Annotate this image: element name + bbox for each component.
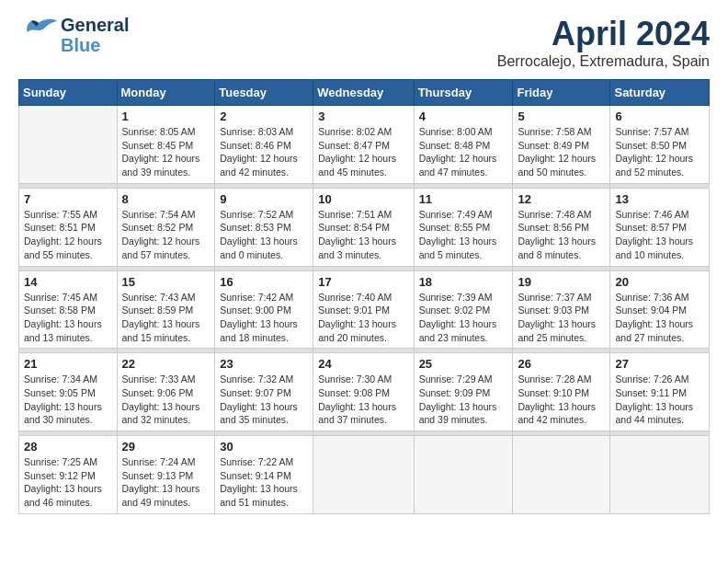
table-row: 26Sunrise: 7:28 AMSunset: 9:10 PMDayligh… [513,353,610,431]
col-sunday: Sunday [19,80,118,106]
day-info: Sunrise: 7:40 AMSunset: 9:01 PMDaylight:… [318,291,408,345]
day-info: Sunrise: 8:03 AMSunset: 8:46 PMDaylight:… [220,125,308,179]
day-info: Sunrise: 8:02 AMSunset: 8:47 PMDaylight:… [318,125,408,179]
day-info: Sunrise: 7:57 AMSunset: 8:50 PMDaylight:… [615,125,704,179]
day-number: 21 [24,357,112,371]
day-info: Sunrise: 7:30 AMSunset: 9:08 PMDaylight:… [318,373,408,427]
table-row: 11Sunrise: 7:49 AMSunset: 8:55 PMDayligh… [414,188,513,266]
day-info: Sunrise: 7:28 AMSunset: 9:10 PMDaylight:… [518,373,605,427]
day-number: 24 [318,357,408,371]
day-number: 28 [24,440,112,454]
day-number: 9 [220,192,308,206]
month-title: April 2024 [497,15,710,53]
day-info: Sunrise: 7:22 AMSunset: 9:14 PMDaylight:… [220,455,308,510]
day-number: 25 [419,357,508,371]
day-info: Sunrise: 7:58 AMSunset: 8:49 PMDaylight:… [518,125,605,179]
day-number: 10 [318,192,408,206]
table-row [313,436,414,514]
calendar-table: Sunday Monday Tuesday Wednesday Thursday… [18,79,710,514]
day-number: 13 [615,192,704,206]
day-number: 30 [220,440,308,454]
day-info: Sunrise: 7:32 AMSunset: 9:07 PMDaylight:… [220,373,308,427]
col-wednesday: Wednesday [313,80,414,106]
day-number: 29 [122,440,210,454]
table-row: 6Sunrise: 7:57 AMSunset: 8:50 PMDaylight… [610,106,710,184]
table-row: 27Sunrise: 7:26 AMSunset: 9:11 PMDayligh… [610,353,710,431]
day-number: 12 [518,192,605,206]
day-info: Sunrise: 7:33 AMSunset: 9:06 PMDaylight:… [122,373,210,427]
day-number: 23 [220,357,308,371]
table-row [610,436,710,514]
day-number: 8 [122,192,210,206]
day-info: Sunrise: 7:29 AMSunset: 9:09 PMDaylight:… [419,373,508,427]
day-number: 20 [615,275,704,289]
day-info: Sunrise: 7:39 AMSunset: 9:02 PMDaylight:… [419,291,508,345]
day-number: 3 [318,109,408,123]
col-tuesday: Tuesday [215,80,313,106]
table-row: 16Sunrise: 7:42 AMSunset: 9:00 PMDayligh… [215,270,313,349]
day-info: Sunrise: 7:52 AMSunset: 8:53 PMDaylight:… [220,208,308,262]
day-number: 22 [122,357,210,371]
table-row: 22Sunrise: 7:33 AMSunset: 9:06 PMDayligh… [117,353,215,431]
day-number: 26 [518,357,605,371]
day-info: Sunrise: 7:36 AMSunset: 9:04 PMDaylight:… [615,291,704,345]
calendar-week-row: 28Sunrise: 7:25 AMSunset: 9:12 PMDayligh… [19,436,710,514]
col-thursday: Thursday [414,80,513,106]
calendar-week-row: 14Sunrise: 7:45 AMSunset: 8:58 PMDayligh… [19,270,710,349]
day-info: Sunrise: 7:37 AMSunset: 9:03 PMDaylight:… [518,291,605,345]
day-info: Sunrise: 7:55 AMSunset: 8:51 PMDaylight:… [24,208,112,262]
day-info: Sunrise: 8:05 AMSunset: 8:45 PMDaylight:… [122,125,210,179]
table-row: 12Sunrise: 7:48 AMSunset: 8:56 PMDayligh… [513,188,610,266]
table-row: 24Sunrise: 7:30 AMSunset: 9:08 PMDayligh… [313,353,414,431]
table-row: 9Sunrise: 7:52 AMSunset: 8:53 PMDaylight… [215,188,313,266]
day-number: 11 [419,192,508,206]
logo: General Blue [18,15,129,55]
table-row: 20Sunrise: 7:36 AMSunset: 9:04 PMDayligh… [610,270,710,349]
table-row: 13Sunrise: 7:46 AMSunset: 8:57 PMDayligh… [610,188,710,266]
day-number: 5 [518,109,605,123]
table-row: 19Sunrise: 7:37 AMSunset: 9:03 PMDayligh… [513,270,610,349]
table-row [513,436,610,514]
day-number: 15 [122,275,210,289]
day-info: Sunrise: 7:45 AMSunset: 8:58 PMDaylight:… [24,291,112,345]
title-block: April 2024 Berrocalejo, Extremadura, Spa… [497,15,710,70]
day-number: 7 [24,192,112,206]
day-info: Sunrise: 7:34 AMSunset: 9:05 PMDaylight:… [24,373,112,427]
calendar-week-row: 7Sunrise: 7:55 AMSunset: 8:51 PMDaylight… [19,188,710,266]
table-row: 21Sunrise: 7:34 AMSunset: 9:05 PMDayligh… [19,353,118,431]
day-info: Sunrise: 7:26 AMSunset: 9:11 PMDaylight:… [615,373,704,427]
day-info: Sunrise: 7:49 AMSunset: 8:55 PMDaylight:… [419,208,508,262]
table-row: 25Sunrise: 7:29 AMSunset: 9:09 PMDayligh… [414,353,513,431]
day-info: Sunrise: 8:00 AMSunset: 8:48 PMDaylight:… [419,125,508,179]
table-row: 3Sunrise: 8:02 AMSunset: 8:47 PMDaylight… [313,106,414,184]
day-info: Sunrise: 7:43 AMSunset: 8:59 PMDaylight:… [122,291,210,345]
table-row: 30Sunrise: 7:22 AMSunset: 9:14 PMDayligh… [215,436,313,514]
calendar-week-row: 1Sunrise: 8:05 AMSunset: 8:45 PMDaylight… [19,106,710,184]
day-info: Sunrise: 7:48 AMSunset: 8:56 PMDaylight:… [518,208,605,262]
day-info: Sunrise: 7:51 AMSunset: 8:54 PMDaylight:… [318,208,408,262]
day-number: 14 [24,275,112,289]
day-info: Sunrise: 7:24 AMSunset: 9:13 PMDaylight:… [122,455,210,510]
table-row: 14Sunrise: 7:45 AMSunset: 8:58 PMDayligh… [19,270,118,349]
page-header: General Blue April 2024 Berrocalejo, Ext… [18,15,710,70]
day-number: 17 [318,275,408,289]
logo-blue: Blue [61,35,129,55]
logo-general: General [61,15,129,35]
col-saturday: Saturday [610,80,710,106]
table-row: 4Sunrise: 8:00 AMSunset: 8:48 PMDaylight… [414,106,513,184]
day-info: Sunrise: 7:46 AMSunset: 8:57 PMDaylight:… [615,208,704,262]
col-monday: Monday [117,80,215,106]
day-number: 27 [615,357,704,371]
table-row: 2Sunrise: 8:03 AMSunset: 8:46 PMDaylight… [215,106,313,184]
calendar-week-row: 21Sunrise: 7:34 AMSunset: 9:05 PMDayligh… [19,353,710,431]
table-row: 17Sunrise: 7:40 AMSunset: 9:01 PMDayligh… [313,270,414,349]
day-info: Sunrise: 7:25 AMSunset: 9:12 PMDaylight:… [24,455,112,510]
table-row: 1Sunrise: 8:05 AMSunset: 8:45 PMDaylight… [117,106,215,184]
day-number: 18 [419,275,508,289]
day-info: Sunrise: 7:54 AMSunset: 8:52 PMDaylight:… [122,208,210,262]
day-number: 4 [419,109,508,123]
table-row: 29Sunrise: 7:24 AMSunset: 9:13 PMDayligh… [117,436,215,514]
table-row: 18Sunrise: 7:39 AMSunset: 9:02 PMDayligh… [414,270,513,349]
calendar-header-row: Sunday Monday Tuesday Wednesday Thursday… [19,80,710,106]
table-row: 7Sunrise: 7:55 AMSunset: 8:51 PMDaylight… [19,188,118,266]
